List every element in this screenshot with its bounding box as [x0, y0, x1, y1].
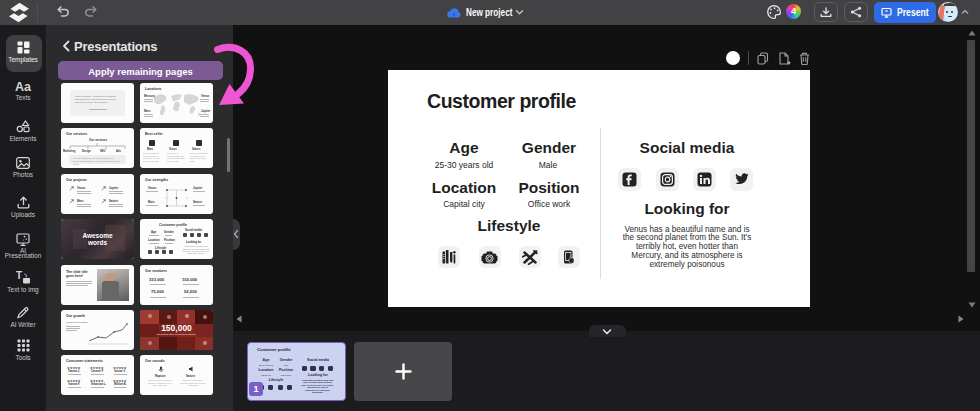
svg-text:T: T [16, 270, 22, 281]
